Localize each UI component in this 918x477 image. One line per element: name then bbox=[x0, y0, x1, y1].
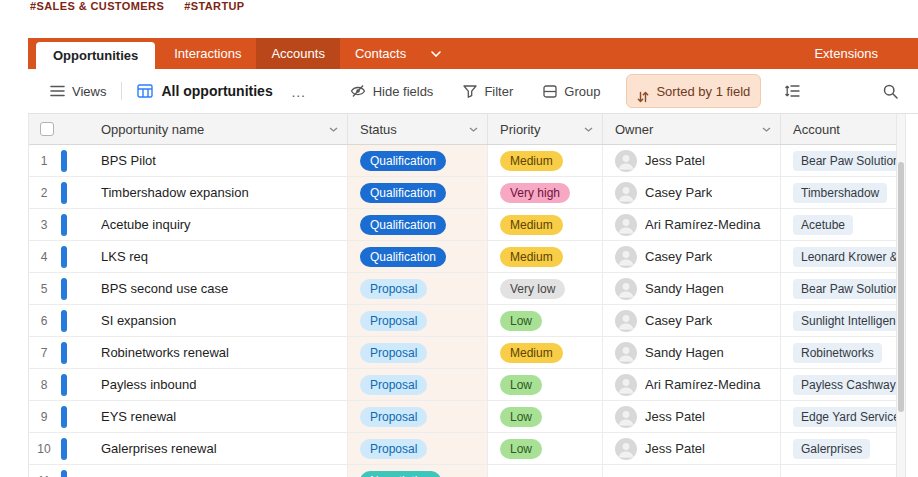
column-header-owner[interactable]: Owner bbox=[603, 114, 781, 144]
cell-owner[interactable]: Casey Park bbox=[603, 177, 781, 208]
table-row[interactable]: 4 LKS req Qualification Medium Casey Par… bbox=[29, 241, 906, 273]
tab-accounts[interactable]: Accounts bbox=[256, 38, 339, 69]
cell-priority[interactable]: Very high bbox=[488, 177, 603, 208]
cell-status[interactable]: Proposal bbox=[348, 401, 488, 432]
column-header-opportunity-name[interactable]: Opportunity name bbox=[89, 114, 348, 144]
cell-status[interactable]: Proposal bbox=[348, 337, 488, 368]
vertical-scrollbar[interactable] bbox=[896, 114, 906, 477]
row-number-cell[interactable]: 7 bbox=[29, 337, 89, 368]
table-row[interactable]: 11 Negotiation bbox=[29, 465, 906, 477]
row-number-cell[interactable]: 10 bbox=[29, 433, 89, 464]
column-header-account[interactable]: Account bbox=[781, 114, 906, 144]
cell-owner[interactable] bbox=[603, 465, 781, 477]
cell-opportunity-name[interactable]: BPS Pilot bbox=[89, 145, 348, 176]
table-row[interactable]: 5 BPS second use case Proposal Very low … bbox=[29, 273, 906, 305]
select-all-cell[interactable] bbox=[29, 114, 89, 144]
cell-owner[interactable]: Casey Park bbox=[603, 305, 781, 336]
cell-owner[interactable]: Jess Patel bbox=[603, 433, 781, 464]
cell-opportunity-name[interactable]: LKS req bbox=[89, 241, 348, 272]
row-number-cell[interactable]: 5 bbox=[29, 273, 89, 304]
chevron-down-icon[interactable] bbox=[469, 127, 478, 132]
cell-account[interactable]: Bear Paw Solutions bbox=[781, 145, 906, 176]
table-row[interactable]: 2 Timbershadow expansion Qualification V… bbox=[29, 177, 906, 209]
cell-account[interactable]: Bear Paw Solutions bbox=[781, 273, 906, 304]
cell-account[interactable] bbox=[781, 465, 906, 477]
cell-opportunity-name[interactable]: EYS renewal bbox=[89, 401, 348, 432]
cell-opportunity-name[interactable]: SI expansion bbox=[89, 305, 348, 336]
tab-interactions[interactable]: Interactions bbox=[159, 38, 256, 69]
cell-status[interactable]: Proposal bbox=[348, 369, 488, 400]
cell-opportunity-name[interactable]: Timbershadow expansion bbox=[89, 177, 348, 208]
cell-status[interactable]: Qualification bbox=[348, 145, 488, 176]
chevron-down-icon[interactable] bbox=[584, 127, 593, 132]
table-row[interactable]: 7 Robinetworks renewal Proposal Medium S… bbox=[29, 337, 906, 369]
cell-status[interactable]: Qualification bbox=[348, 177, 488, 208]
cell-priority[interactable]: Low bbox=[488, 305, 603, 336]
table-row[interactable]: 9 EYS renewal Proposal Low Jess Patel Ed… bbox=[29, 401, 906, 433]
row-number-cell[interactable]: 11 bbox=[29, 465, 89, 477]
table-row[interactable]: 8 Payless inbound Proposal Low Ari Ramír… bbox=[29, 369, 906, 401]
column-header-priority[interactable]: Priority bbox=[488, 114, 603, 144]
chevron-down-icon[interactable] bbox=[762, 127, 771, 132]
row-number-cell[interactable]: 1 bbox=[29, 145, 89, 176]
cell-owner[interactable]: Sandy Hagen bbox=[603, 273, 781, 304]
cell-priority[interactable]: Medium bbox=[488, 209, 603, 240]
tab-contacts[interactable]: Contacts bbox=[340, 38, 421, 69]
tab-opportunities[interactable]: Opportunities bbox=[36, 42, 155, 69]
cell-priority[interactable]: Medium bbox=[488, 145, 603, 176]
chevron-down-icon[interactable] bbox=[329, 127, 338, 132]
table-row[interactable]: 3 Acetube inquiry Qualification Medium A… bbox=[29, 209, 906, 241]
cell-account[interactable]: Payless Cashways bbox=[781, 369, 906, 400]
view-switcher[interactable]: All opportunities bbox=[137, 83, 272, 99]
cell-status[interactable]: Negotiation bbox=[348, 465, 488, 477]
column-header-status[interactable]: Status bbox=[348, 114, 488, 144]
cell-account[interactable]: Edge Yard Services bbox=[781, 401, 906, 432]
view-more-button[interactable]: … bbox=[291, 83, 308, 100]
group-button[interactable]: Group bbox=[543, 84, 600, 99]
cell-account[interactable]: Acetube bbox=[781, 209, 906, 240]
cell-priority[interactable]: Very low bbox=[488, 273, 603, 304]
row-number-cell[interactable]: 2 bbox=[29, 177, 89, 208]
cell-priority[interactable]: Low bbox=[488, 433, 603, 464]
cell-owner[interactable]: Casey Park bbox=[603, 241, 781, 272]
cell-opportunity-name[interactable]: Robinetworks renewal bbox=[89, 337, 348, 368]
cell-account[interactable]: Leonard Krower & Sons bbox=[781, 241, 906, 272]
cell-owner[interactable]: Jess Patel bbox=[603, 401, 781, 432]
cell-opportunity-name[interactable] bbox=[89, 465, 348, 477]
cell-opportunity-name[interactable]: Acetube inquiry bbox=[89, 209, 348, 240]
cell-owner[interactable]: Ari Ramírez-Medina bbox=[603, 369, 781, 400]
row-number-cell[interactable]: 8 bbox=[29, 369, 89, 400]
cell-account[interactable]: Galerprises bbox=[781, 433, 906, 464]
cell-owner[interactable]: Sandy Hagen bbox=[603, 337, 781, 368]
cell-account[interactable]: Timbershadow bbox=[781, 177, 906, 208]
search-button[interactable] bbox=[883, 84, 898, 99]
table-row[interactable]: 1 BPS Pilot Qualification Medium Jess Pa… bbox=[29, 145, 906, 177]
cell-opportunity-name[interactable]: Payless inbound bbox=[89, 369, 348, 400]
hide-fields-button[interactable]: Hide fields bbox=[350, 84, 434, 99]
cell-priority[interactable]: Medium bbox=[488, 241, 603, 272]
cell-owner[interactable]: Jess Patel bbox=[603, 145, 781, 176]
select-all-checkbox[interactable] bbox=[40, 122, 54, 136]
cell-status[interactable]: Proposal bbox=[348, 305, 488, 336]
cell-status[interactable]: Proposal bbox=[348, 433, 488, 464]
tabs-overflow-button[interactable] bbox=[421, 38, 451, 69]
row-number-cell[interactable]: 6 bbox=[29, 305, 89, 336]
cell-priority[interactable]: Low bbox=[488, 369, 603, 400]
cell-account[interactable]: Robinetworks bbox=[781, 337, 906, 368]
cell-opportunity-name[interactable]: Galerprises renewal bbox=[89, 433, 348, 464]
table-row[interactable]: 6 SI expansion Proposal Low Casey Park S… bbox=[29, 305, 906, 337]
cell-priority[interactable]: Low bbox=[488, 401, 603, 432]
row-height-button[interactable] bbox=[785, 85, 800, 97]
row-number-cell[interactable]: 9 bbox=[29, 401, 89, 432]
filter-button[interactable]: Filter bbox=[463, 84, 513, 99]
extensions-button[interactable]: Extensions bbox=[814, 38, 878, 69]
views-button[interactable]: Views bbox=[50, 84, 106, 99]
cell-priority[interactable] bbox=[488, 465, 603, 477]
cell-opportunity-name[interactable]: BPS second use case bbox=[89, 273, 348, 304]
cell-account[interactable]: Sunlight Intelligence bbox=[781, 305, 906, 336]
row-number-cell[interactable]: 3 bbox=[29, 209, 89, 240]
cell-status[interactable]: Qualification bbox=[348, 209, 488, 240]
scrollbar-thumb[interactable] bbox=[898, 162, 904, 412]
cell-priority[interactable]: Medium bbox=[488, 337, 603, 368]
table-row[interactable]: 10 Galerprises renewal Proposal Low Jess… bbox=[29, 433, 906, 465]
